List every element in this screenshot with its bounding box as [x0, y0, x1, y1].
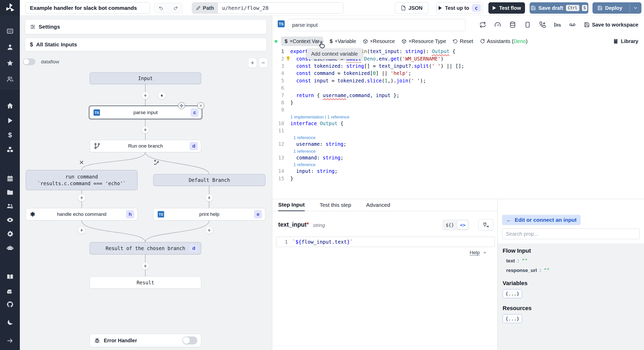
folders-icon[interactable]	[6, 189, 14, 196]
trigger-bolt-button[interactable]	[158, 92, 166, 99]
node-flow-input[interactable]: Input	[90, 72, 201, 84]
test-flow-button[interactable]: Test flow	[488, 2, 525, 14]
add-step-button[interactable]	[142, 262, 149, 270]
code-line[interactable]: 9	[272, 106, 644, 113]
schedules-calendar-icon[interactable]	[6, 175, 14, 182]
code-line[interactable]: 12 username: string;	[272, 140, 644, 148]
connect-input-plug-button[interactable]	[478, 219, 493, 231]
code-line[interactable]: 8}	[272, 99, 644, 106]
node-print-help[interactable]: TS print help e	[153, 208, 265, 220]
lightbulb-quickfix-icon[interactable]	[286, 56, 291, 61]
code-line[interactable]: 5 const input = tokenized.slice(1,).join…	[272, 77, 644, 84]
path-edit-button[interactable]: Path	[192, 3, 218, 13]
add-step-button[interactable]	[142, 126, 149, 133]
expand-sidebar-arrow-icon[interactable]	[6, 337, 14, 344]
users-icon[interactable]	[6, 75, 14, 83]
add-step-button[interactable]	[142, 92, 149, 99]
bed-icon[interactable]	[554, 21, 561, 28]
code-line[interactable]: 11	[272, 127, 644, 134]
remove-branch-button[interactable]	[78, 158, 85, 166]
audit-eye-icon[interactable]	[6, 216, 14, 224]
error-handler-toggle[interactable]	[182, 337, 197, 345]
windmill-logo[interactable]	[0, 0, 20, 16]
add-context-var-button[interactable]: $+Context Var	[281, 37, 323, 46]
node-run-one-branch[interactable]: Run one branch d	[90, 140, 201, 152]
code-line[interactable]: 4 const command = tokenized[0] || 'help'…	[272, 70, 644, 77]
expression-editor[interactable]: 1 `${flow_input.text}`	[276, 237, 495, 247]
settings-gear-icon[interactable]	[6, 230, 14, 237]
variables-expand-chip[interactable]: {...}	[503, 289, 522, 298]
prop-row-response-url[interactable]: response_url : ""	[506, 267, 644, 273]
dark-mode-moon-icon[interactable]	[6, 319, 14, 326]
step-name-input[interactable]	[288, 19, 465, 31]
star-icon[interactable]	[6, 59, 14, 67]
deploy-button[interactable]: Deploy	[593, 3, 627, 13]
codelens-link[interactable]: 1 implementation | 1 reference	[272, 114, 644, 120]
static-value-mode-button[interactable]: ${}	[443, 221, 457, 229]
code-line[interactable]: 13 command: string;	[272, 154, 644, 161]
code-editor[interactable]: 1export async function main(text_input: …	[272, 48, 644, 182]
add-branch-button[interactable]	[152, 159, 160, 166]
node-branch-run-command[interactable]: run command `results.c.command === 'echo…	[26, 170, 138, 190]
node-parse-input[interactable]: TS parse input c	[89, 106, 202, 119]
home-icon[interactable]	[6, 102, 14, 109]
codelens-link[interactable]: 1 reference	[272, 161, 644, 167]
test-up-to-button[interactable]: Test up to c	[436, 2, 483, 14]
redo-button[interactable]	[168, 3, 183, 13]
codelens-link[interactable]: 1 reference	[272, 148, 644, 154]
code-line[interactable]: 3 const tokenized: string[] = text_input…	[272, 62, 644, 70]
tab-test-this-step[interactable]: Test this step	[320, 199, 351, 211]
library-button[interactable]: Library	[613, 38, 638, 44]
move-step-button[interactable]	[178, 102, 185, 109]
resources-expand-chip[interactable]: {...}	[503, 314, 522, 323]
code-line[interactable]: 7 return { username,command, input };	[272, 91, 644, 99]
rectangle-vertical-icon[interactable]	[524, 21, 531, 28]
tab-step-input[interactable]: Step Input	[278, 199, 305, 211]
add-step-button[interactable]	[206, 227, 213, 234]
groups-users-cog-icon[interactable]	[6, 202, 14, 210]
github-icon[interactable]	[6, 301, 14, 308]
code-line[interactable]: 15}	[272, 175, 644, 182]
workers-bot-icon[interactable]	[6, 244, 14, 251]
variables-dollar-icon[interactable]: $	[6, 131, 14, 139]
help-link[interactable]: Help	[470, 250, 487, 255]
json-button[interactable]: JSON	[395, 2, 428, 14]
code-line[interactable]: 14 input: string;	[272, 167, 644, 175]
prop-row-text[interactable]: text : ""	[506, 258, 644, 264]
search-prop-input[interactable]	[502, 228, 640, 239]
app-window-icon[interactable]	[6, 28, 14, 35]
resources-boxes-icon[interactable]	[6, 146, 14, 153]
node-result[interactable]: Result	[90, 276, 201, 289]
edit-or-connect-button[interactable]: ← Edit or connect an input	[502, 215, 581, 225]
add-step-button[interactable]	[78, 227, 85, 234]
node-default-branch[interactable]: Default Branch	[153, 174, 265, 186]
delete-step-button[interactable]	[197, 102, 204, 109]
codelens-link[interactable]: 1 reference	[272, 134, 644, 140]
code-line[interactable]: 6	[272, 84, 644, 91]
gauge-icon[interactable]	[494, 21, 501, 28]
tab-advanced[interactable]: Advanced	[366, 199, 390, 211]
runs-play-icon[interactable]	[6, 117, 14, 124]
user-icon[interactable]	[6, 44, 14, 51]
reset-button[interactable]: Reset	[453, 38, 473, 44]
path-input[interactable]	[218, 3, 343, 13]
add-step-button[interactable]	[78, 194, 85, 201]
node-handle-echo-command[interactable]: ✱ handle echo command h	[26, 208, 138, 220]
add-resource-type-button[interactable]: +Resource Type	[402, 38, 446, 44]
deploy-dropdown-button[interactable]	[630, 3, 641, 13]
code-line[interactable]: 10interface Output {	[272, 120, 644, 127]
add-step-button[interactable]	[206, 194, 213, 201]
expression-mode-button[interactable]: <>	[457, 220, 469, 229]
repeat-icon[interactable]	[479, 21, 486, 28]
save-to-workspace-button[interactable]: Save to workspace	[584, 22, 638, 28]
add-resource-button[interactable]: +Resource	[363, 38, 395, 44]
undo-button[interactable]	[154, 3, 168, 13]
database-icon[interactable]	[509, 21, 516, 28]
save-draft-button[interactable]: Save draft Ctrl S	[530, 2, 588, 14]
discord-icon[interactable]	[6, 288, 14, 295]
voicemail-icon[interactable]	[569, 21, 576, 28]
error-handler-node[interactable]: Error Handler	[90, 334, 201, 347]
flow-summary-input[interactable]	[26, 2, 150, 14]
assistants-button[interactable]: Assistants (Deno)	[480, 38, 528, 44]
add-variable-button[interactable]: $+Variable	[330, 38, 356, 44]
